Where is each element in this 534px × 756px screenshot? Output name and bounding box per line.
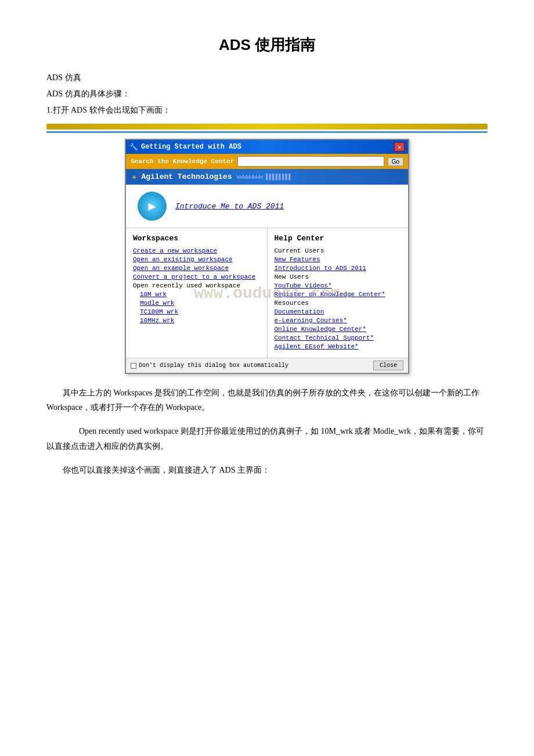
ads-columns: Workspaces Create a new workspace Open a… [126,228,408,358]
ads-resources-label: Resources [275,300,402,307]
ads-window-icon: 🔧 [129,143,138,152]
ads-helpcenter-column: Help Center Current Users New Features I… [268,228,409,358]
paragraph-2: Open recently used workspace 则是打开你最近使用过的… [46,424,488,453]
ads-current-users-label: Current Users [275,247,402,254]
paragraph-1: 其中左上方的 Workspaces 是我们的工作空间，也就是我们仿真的例子所存放… [46,386,488,415]
ads-search-label: Search the Knowledge Center [131,158,234,165]
ads-window-screenshot: 🔧 Getting Started with ADS ✕ Search the … [125,139,409,374]
ads-go-button[interactable]: Go [388,157,403,166]
ads-search-input[interactable] [237,156,384,167]
ads-link-create-workspace[interactable]: Create a new workspace [133,247,260,254]
agilent-logo-icon: ✳ [132,172,136,182]
ads-link-open-example[interactable]: Open an example workspace [133,265,260,272]
ads-main-content: Workspaces Create a new workspace Open a… [126,228,408,358]
ads-close-button[interactable]: ✕ [394,142,405,152]
ads-link-online-knowledge[interactable]: Online Knowledge Center* [275,326,402,333]
ads-toolbar: Search the Knowledge Center Go [126,154,408,169]
brand-wave-decoration: WWWWWWWW ▌▌▌▌▌▌▌▌ [236,174,291,181]
ads-window-title: Getting Started with ADS [141,143,241,151]
ads-recent-10m[interactable]: 10M wrk [133,291,260,298]
agilent-brand-name: Agilent Technologies [141,172,232,181]
ads-footer: Don't display this dialog box automatica… [126,358,408,373]
blue-bar [46,131,488,133]
ads-link-documentation[interactable]: Documentation [275,308,402,315]
ads-workspaces-title: Workspaces [133,234,260,243]
ads-intro-arrow-icon: ▶ [138,192,167,221]
ads-close-dialog-button[interactable]: Close [373,361,403,370]
ads-brand-bar: ✳ Agilent Technologies WWWWWWWW ▌▌▌▌▌▌▌▌ [126,169,408,185]
ads-recent-modle[interactable]: Modle wrk [133,300,260,307]
ads-recent-10mhz[interactable]: 10MHz wrk [133,317,260,324]
ads-intro-section: ▶ Introduce Me to ADS 2011 [126,185,408,228]
paragraph-3: 你也可以直接关掉这个画面，则直接进入了 ADS 主界面： [46,463,488,477]
ads-helpcenter-title: Help Center [275,234,402,243]
ads-link-intro-ads2011[interactable]: Introduction to ADS 2011 [275,265,402,272]
ads-recent-tc100m[interactable]: TC100M wrk [133,308,260,315]
decorative-bars [46,124,488,133]
ads-titlebar: 🔧 Getting Started with ADS ✕ [126,140,408,154]
section-heading-2: ADS 仿真的具体步骤： [46,89,488,99]
section-heading-1: ADS 仿真 [46,73,488,83]
ads-dont-show-checkbox[interactable] [131,363,136,369]
ads-link-register[interactable]: Register on Knowledge Center* [275,291,402,298]
ads-link-elearning[interactable]: e-Learning Courses* [275,317,402,324]
ads-dont-show-checkbox-area[interactable]: Don't display this dialog box automatica… [131,362,288,369]
page-title: ADS 使用指南 [46,35,488,55]
ads-recent-label: Open recently used workspace [133,282,260,289]
ads-link-convert-project[interactable]: Convert a project to a workspace [133,273,260,280]
gold-bar [46,124,488,129]
ads-workspaces-column: Workspaces Create a new workspace Open a… [126,228,268,358]
ads-link-open-existing[interactable]: Open an existing workspace [133,256,260,263]
ads-link-contact-support[interactable]: Contact Technical Support* [275,334,402,341]
ads-link-new-features[interactable]: New Features [275,256,402,263]
ads-new-users-label: New Users [275,273,402,280]
ads-link-youtube[interactable]: YouTube Videos* [275,282,402,289]
step-1-text: 1.打开 ADS 软件会出现如下画面： [46,105,488,116]
ads-link-agilent-website[interactable]: Agilent EEsof Website* [275,343,402,350]
ads-dont-show-label: Don't display this dialog box automatica… [139,362,288,369]
ads-intro-link[interactable]: Introduce Me to ADS 2011 [175,202,284,211]
ads-titlebar-left: 🔧 Getting Started with ADS [129,143,241,152]
